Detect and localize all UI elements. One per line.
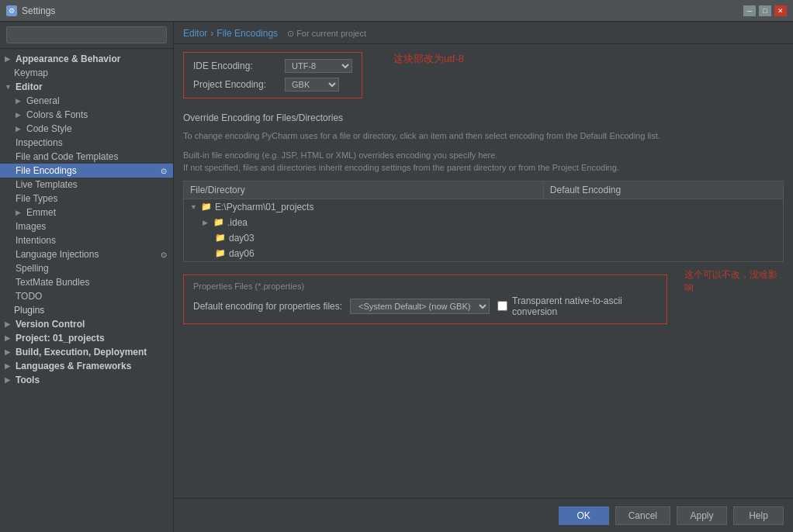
table-row[interactable]: 📁 .idea: [184, 215, 784, 230]
sidebar-item-file-encodings[interactable]: File Encodings ⊙: [0, 164, 173, 178]
override-desc2: Built-in file encoding (e.g. JSP, HTML o…: [183, 149, 784, 174]
table-col-encoding: Default Encoding: [543, 181, 783, 199]
sidebar-item-project[interactable]: Project: 01_projects: [0, 331, 173, 345]
properties-chinese-note: 这个可以不改，没啥影响: [684, 268, 784, 295]
sidebar-item-inspections[interactable]: Inspections: [0, 136, 173, 150]
encoding-chinese-note: 这块部改为utf-8: [393, 52, 464, 66]
titlebar-controls[interactable]: ─ □ ✕: [743, 5, 787, 16]
project-encoding-row: Project Encoding: UTF-8 GBK: [193, 78, 352, 92]
arrow-icon: [190, 203, 198, 211]
minimize-button[interactable]: ─: [743, 5, 756, 16]
folder-icon: 📁: [215, 233, 226, 243]
help-button[interactable]: Help: [733, 506, 784, 525]
cancel-button[interactable]: Cancel: [615, 506, 670, 525]
sidebar-item-colors-fonts[interactable]: Colors & Fonts: [0, 108, 173, 122]
lang-inject-icon: ⊙: [161, 250, 167, 259]
arrow-icon: [5, 334, 12, 342]
sidebar-item-editor[interactable]: Editor: [0, 80, 173, 94]
arrow-icon: [203, 219, 210, 226]
bottom-bar: OK Cancel Apply Help: [174, 498, 793, 532]
sidebar-item-appearance[interactable]: Appearance & Behavior: [0, 52, 173, 66]
override-section-title: Override Encoding for Files/Directories: [183, 112, 784, 123]
maximize-button[interactable]: □: [759, 5, 771, 16]
search-input[interactable]: [6, 26, 167, 43]
sidebar: Appearance & Behavior Keymap Editor Gene…: [0, 22, 174, 532]
arrow-icon: [5, 55, 12, 63]
sidebar-item-build[interactable]: Build, Execution, Deployment: [0, 345, 173, 359]
content-panel: Editor › File Encodings ⊙ For current pr…: [174, 22, 793, 532]
titlebar-left: ⚙ Settings: [6, 5, 55, 16]
search-box: [0, 22, 173, 49]
sidebar-tree: Appearance & Behavior Keymap Editor Gene…: [0, 49, 173, 532]
sidebar-item-general[interactable]: General: [0, 94, 173, 108]
ok-button[interactable]: OK: [559, 506, 609, 525]
breadcrumb-parent[interactable]: Editor: [183, 28, 207, 39]
app-icon: ⚙: [6, 5, 17, 16]
table-row[interactable]: 📁 day03: [184, 230, 784, 246]
sidebar-item-tools[interactable]: Tools: [0, 373, 173, 387]
table-row[interactable]: 📁 E:\Pycharm\01_projects: [184, 199, 784, 215]
sidebar-item-version-control[interactable]: Version Control: [0, 317, 173, 331]
sidebar-item-language-injections[interactable]: Language Injections ⊙: [0, 247, 173, 261]
ide-encoding-label: IDE Encoding:: [193, 60, 279, 71]
sidebar-item-emmet[interactable]: Emmet: [0, 206, 173, 219]
table-col-file: File/Directory: [184, 181, 544, 199]
sidebar-item-code-style[interactable]: Code Style: [0, 122, 173, 136]
folder-icon: 📁: [213, 217, 224, 227]
sidebar-item-textmate-bundles[interactable]: TextMate Bundles: [0, 275, 173, 289]
project-encoding-select[interactable]: UTF-8 GBK: [285, 78, 339, 92]
sidebar-item-live-templates[interactable]: Live Templates: [0, 178, 173, 192]
arrow-icon: [5, 348, 12, 356]
sidebar-item-images[interactable]: Images: [0, 219, 173, 233]
sidebar-item-plugins[interactable]: Plugins: [0, 303, 173, 317]
arrow-icon: [16, 209, 23, 216]
breadcrumb-project: ⊙ For current project: [287, 29, 366, 39]
sidebar-item-keymap[interactable]: Keymap: [0, 66, 173, 80]
file-encoding-icon: ⊙: [161, 167, 167, 175]
transparent-conversion-row: Transparent native-to-ascii conversion: [497, 295, 656, 317]
arrow-icon: [5, 376, 12, 384]
properties-section: Properties Files (*.properties) Default …: [183, 275, 667, 324]
breadcrumb-separator: ›: [210, 28, 213, 39]
arrow-icon: [16, 97, 23, 105]
table-row[interactable]: 📁 day06: [184, 246, 784, 262]
properties-title: Properties Files (*.properties): [193, 282, 657, 291]
file-directory-table: File/Directory Default Encoding 📁 E:\Pyc…: [183, 181, 784, 262]
close-button[interactable]: ✕: [774, 5, 787, 16]
folder-icon: 📁: [201, 202, 212, 212]
arrow-icon: [16, 111, 23, 119]
breadcrumb-current: File Encodings: [216, 28, 278, 39]
properties-encoding-select[interactable]: <System Default> (now GBK) UTF-8: [350, 299, 490, 314]
ide-encoding-select[interactable]: UTF-8 GBK ISO-8859-1: [285, 59, 352, 73]
transparent-conversion-label: Transparent native-to-ascii conversion: [512, 295, 656, 317]
arrow-icon: [5, 320, 12, 328]
ide-encoding-row: IDE Encoding: UTF-8 GBK ISO-8859-1: [193, 59, 352, 73]
properties-label: Default encoding for properties files:: [193, 301, 342, 312]
arrow-icon: [5, 362, 12, 370]
titlebar-title: Settings: [22, 5, 55, 16]
sidebar-item-file-code-templates[interactable]: File and Code Templates: [0, 150, 173, 164]
content-body: IDE Encoding: UTF-8 GBK ISO-8859-1 Proje…: [174, 44, 793, 498]
override-desc1: To change encoding PyCharm uses for a fi…: [183, 130, 784, 143]
main-container: Appearance & Behavior Keymap Editor Gene…: [0, 22, 793, 532]
sidebar-item-intentions[interactable]: Intentions: [0, 233, 173, 247]
sidebar-item-languages[interactable]: Languages & Frameworks: [0, 359, 173, 373]
sidebar-item-file-types[interactable]: File Types: [0, 192, 173, 206]
arrow-icon: [5, 83, 12, 91]
sidebar-item-todo[interactable]: TODO: [0, 289, 173, 303]
apply-button[interactable]: Apply: [677, 506, 727, 525]
encoding-wrapper: IDE Encoding: UTF-8 GBK ISO-8859-1 Proje…: [183, 52, 784, 106]
titlebar: ⚙ Settings ─ □ ✕: [0, 0, 793, 22]
breadcrumb: Editor › File Encodings ⊙ For current pr…: [174, 22, 793, 44]
transparent-conversion-checkbox[interactable]: [497, 301, 507, 311]
encoding-section: IDE Encoding: UTF-8 GBK ISO-8859-1 Proje…: [183, 52, 362, 98]
properties-row: Default encoding for properties files: <…: [193, 295, 657, 317]
project-encoding-label: Project Encoding:: [193, 79, 279, 90]
folder-icon: 📁: [215, 248, 226, 258]
arrow-icon: [16, 125, 23, 133]
sidebar-item-spelling[interactable]: Spelling: [0, 261, 173, 275]
